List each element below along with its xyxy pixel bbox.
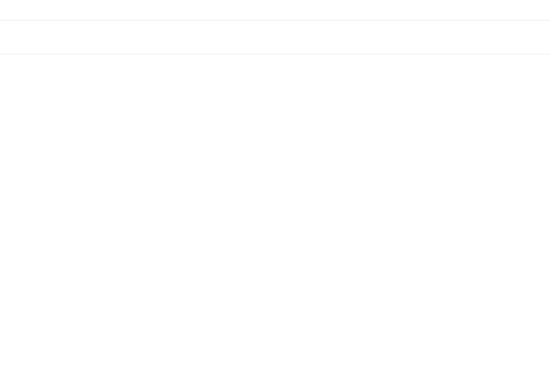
- kline-widget: [0, 0, 550, 392]
- kline-chart-svg: [0, 54, 550, 392]
- interval-tabbar: [0, 33, 550, 54]
- header: [0, 0, 550, 21]
- chart-area[interactable]: [0, 54, 550, 392]
